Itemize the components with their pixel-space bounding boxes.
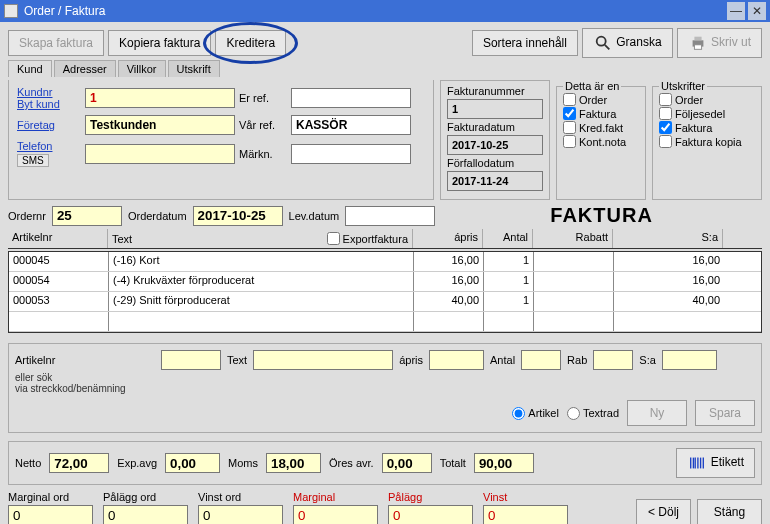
forfall-label: Förfallodatum <box>447 157 543 169</box>
artikel-radio-label: Artikel <box>528 407 559 419</box>
levdatum-input[interactable] <box>345 206 435 226</box>
entry-ant-label: Antal <box>490 354 515 366</box>
entry-text-input[interactable] <box>253 350 393 370</box>
ordernr-input[interactable] <box>52 206 122 226</box>
detta-order-check[interactable] <box>563 93 576 106</box>
close-button[interactable]: ✕ <box>748 2 766 20</box>
svg-rect-4 <box>694 45 701 50</box>
entry-art-input[interactable] <box>161 350 221 370</box>
ut-fakturakopia-label: Faktura kopia <box>675 136 742 148</box>
foretag-input[interactable] <box>85 115 235 135</box>
skrivut-button[interactable]: Skriv ut <box>677 28 762 58</box>
telefon-link[interactable]: Telefon <box>17 140 52 152</box>
expavg-label: Exp.avg <box>117 457 157 469</box>
granska-button[interactable]: Granska <box>582 28 673 58</box>
app-icon <box>4 4 18 18</box>
kundnr-link[interactable]: Kundnr <box>17 86 52 98</box>
vinst-label: Vinst <box>483 491 568 503</box>
orderdatum-input[interactable] <box>193 206 283 226</box>
tab-villkor[interactable]: Villkor <box>118 60 166 77</box>
table-row[interactable]: 000045(-16) Kort16,00116,00 <box>9 252 761 272</box>
svg-point-0 <box>597 37 606 46</box>
tab-kund[interactable]: Kund <box>8 60 52 77</box>
foretag-link[interactable]: Företag <box>17 119 55 131</box>
tab-utskrift[interactable]: Utskrift <box>168 60 220 77</box>
titlebar: Order / Faktura — ✕ <box>0 0 770 22</box>
line-items-grid[interactable]: 000045(-16) Kort16,00116,00000054(-4) Kr… <box>8 251 762 333</box>
entry-sub1: eller sök <box>15 372 52 383</box>
tab-adresser[interactable]: Adresser <box>54 60 116 77</box>
kopiera-faktura-button[interactable]: Kopiera faktura <box>108 30 211 56</box>
markn-label: Märkn. <box>239 148 287 160</box>
entry-ant-input[interactable] <box>521 350 561 370</box>
levdatum-label: Lev.datum <box>289 210 340 222</box>
varref-input[interactable] <box>291 115 411 135</box>
toolbar: Skapa faktura Kopiera faktura Kreditera … <box>8 28 762 58</box>
ny-button[interactable]: Ny <box>627 400 687 426</box>
entry-rab-input[interactable] <box>593 350 633 370</box>
kreditera-highlight: Kreditera <box>215 30 286 56</box>
ut-faktura-check[interactable] <box>659 121 672 134</box>
ut-foljesedel-check[interactable] <box>659 107 672 120</box>
entry-sa-label: S:a <box>639 354 656 366</box>
col-text: Text <box>112 233 132 245</box>
etikett-label: Etikett <box>711 455 744 469</box>
kundnr-input[interactable] <box>85 88 235 108</box>
detta-kontnota-label: Kont.nota <box>579 136 626 148</box>
ut-fakturakopia-check[interactable] <box>659 135 672 148</box>
marginal-label: Marginal <box>293 491 378 503</box>
totalt-value[interactable] <box>474 453 534 473</box>
palagg-value[interactable] <box>388 505 473 524</box>
document-type-title: FAKTURA <box>441 204 762 227</box>
entry-text-label: Text <box>227 354 247 366</box>
marginal-value[interactable] <box>293 505 378 524</box>
vinst-ord-value[interactable] <box>198 505 283 524</box>
col-apris: ápris <box>413 229 483 248</box>
markn-input[interactable] <box>291 144 411 164</box>
expavg-value[interactable] <box>165 453 220 473</box>
fakturadatum-label: Fakturadatum <box>447 121 543 133</box>
forfall-value: 2017-11-24 <box>447 171 543 191</box>
entry-pris-input[interactable] <box>429 350 484 370</box>
detta-kredfakt-check[interactable] <box>563 121 576 134</box>
stang-button[interactable]: Stäng <box>697 499 762 524</box>
bytkund-link[interactable]: Byt kund <box>17 98 60 110</box>
minimize-button[interactable]: — <box>727 2 745 20</box>
telefon-input[interactable] <box>85 144 235 164</box>
marginal-ord-value[interactable] <box>8 505 93 524</box>
netto-value[interactable] <box>49 453 109 473</box>
sortera-button[interactable]: Sortera innehåll <box>472 30 578 56</box>
textrad-radio-label: Textrad <box>583 407 619 419</box>
ut-foljesedel-label: Följesedel <box>675 108 725 120</box>
ores-value[interactable] <box>382 453 432 473</box>
spara-button[interactable]: Spara <box>695 400 755 426</box>
detta-faktura-check[interactable] <box>563 107 576 120</box>
artikel-radio[interactable] <box>512 407 525 420</box>
etikett-button[interactable]: Etikett <box>676 448 755 478</box>
table-row[interactable]: 000054(-4) Krukväxter förproducerat16,00… <box>9 272 761 292</box>
kreditera-button[interactable]: Kreditera <box>215 30 286 56</box>
col-sa: S:a <box>613 229 723 248</box>
vinst-value[interactable] <box>483 505 568 524</box>
moms-value[interactable] <box>266 453 321 473</box>
ut-order-check[interactable] <box>659 93 672 106</box>
entry-sub2: via streckkod/benämning <box>15 383 126 394</box>
skrivut-label: Skriv ut <box>711 35 751 49</box>
exportfaktura-check[interactable] <box>327 232 340 245</box>
detta-kontnota-check[interactable] <box>563 135 576 148</box>
entry-art-label: Artikelnr <box>15 354 155 366</box>
col-artikelnr: Artikelnr <box>8 229 108 248</box>
fakturanr-value: 1 <box>447 99 543 119</box>
sms-button[interactable]: SMS <box>17 154 49 167</box>
window-title: Order / Faktura <box>24 4 724 18</box>
svg-rect-3 <box>694 37 701 41</box>
entry-sa-input[interactable] <box>662 350 717 370</box>
palagg-label: Pålägg <box>388 491 473 503</box>
skapa-faktura-button[interactable]: Skapa faktura <box>8 30 104 56</box>
erref-input[interactable] <box>291 88 411 108</box>
table-row[interactable]: 000053(-29) Snitt förproducerat40,00140,… <box>9 292 761 312</box>
textrad-radio[interactable] <box>567 407 580 420</box>
palagg-ord-value[interactable] <box>103 505 188 524</box>
dolj-button[interactable]: < Dölj <box>636 499 691 524</box>
ut-faktura-label: Faktura <box>675 122 712 134</box>
